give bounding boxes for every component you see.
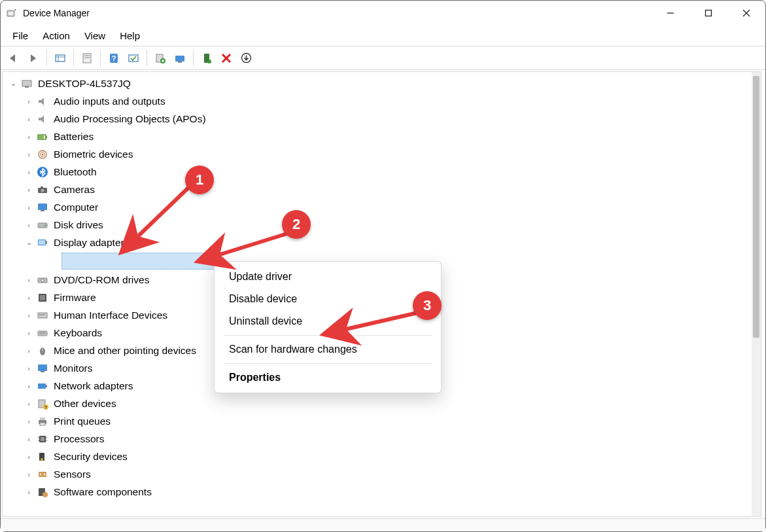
menu-view[interactable]: View xyxy=(78,27,112,44)
menubar: File Action View Help xyxy=(1,26,765,46)
tree-category[interactable]: › ? Other devices xyxy=(3,395,752,412)
uninstall-button[interactable] xyxy=(217,49,235,67)
tree-category[interactable]: › Sensors xyxy=(3,465,752,483)
svg-rect-26 xyxy=(25,86,29,88)
tree-category[interactable]: › Cameras xyxy=(3,181,752,198)
chevron-right-icon[interactable]: › xyxy=(22,453,35,461)
menu-action[interactable]: Action xyxy=(36,27,77,44)
tree-category[interactable]: › Software components xyxy=(3,483,752,501)
svg-rect-51 xyxy=(43,314,44,315)
show-hidden-button[interactable] xyxy=(51,49,69,67)
svg-rect-19 xyxy=(178,62,182,63)
tree-category[interactable]: › Bluetooth xyxy=(3,163,752,181)
vertical-scrollbar[interactable] xyxy=(752,72,761,516)
svg-point-77 xyxy=(44,473,46,475)
category-label: Biometric devices xyxy=(54,149,133,160)
cm-disable-device[interactable]: Disable device xyxy=(215,288,441,310)
category-label: Human Interface Devices xyxy=(54,310,167,321)
tree-category[interactable]: › Audio Processing Objects (APOs) xyxy=(3,110,752,128)
svg-rect-60 xyxy=(46,385,47,387)
tree-category[interactable]: › Disk drives xyxy=(3,216,752,234)
svg-rect-49 xyxy=(39,314,41,315)
firmware-icon xyxy=(35,291,50,305)
svg-rect-47 xyxy=(40,295,45,300)
chevron-right-icon[interactable]: › xyxy=(22,435,35,443)
chevron-right-icon[interactable]: › xyxy=(22,115,35,123)
svg-rect-65 xyxy=(40,417,45,420)
chevron-right-icon[interactable]: › xyxy=(22,276,35,284)
category-label: Audio Processing Objects (APOs) xyxy=(54,113,206,125)
svg-point-45 xyxy=(41,279,44,281)
chevron-right-icon[interactable]: › xyxy=(22,204,35,211)
chevron-right-icon[interactable]: › xyxy=(22,382,35,390)
chevron-right-icon[interactable]: › xyxy=(22,470,35,478)
annotation-marker-1: 1 xyxy=(185,166,214,194)
chevron-right-icon[interactable]: › xyxy=(22,168,35,176)
category-label: Mice and other pointing devices xyxy=(54,345,196,357)
menu-help[interactable]: Help xyxy=(113,27,147,44)
window-title: Device Manager xyxy=(23,8,90,18)
tree-category[interactable]: › Batteries xyxy=(3,128,752,145)
properties-button[interactable] xyxy=(78,49,96,67)
tree-category[interactable]: › Computer xyxy=(3,198,752,216)
minimize-button[interactable] xyxy=(652,1,689,26)
chevron-right-icon[interactable]: › xyxy=(22,488,35,496)
svg-rect-68 xyxy=(41,437,44,441)
down-button[interactable] xyxy=(237,49,255,67)
chevron-right-icon[interactable]: › xyxy=(22,151,35,158)
back-button[interactable] xyxy=(5,49,23,67)
separator xyxy=(73,50,74,67)
chevron-right-icon[interactable]: › xyxy=(22,329,35,337)
chevron-down-icon[interactable]: ⌄ xyxy=(7,79,20,88)
scrollbar-thumb[interactable] xyxy=(753,76,759,338)
cm-properties[interactable]: Properties xyxy=(215,366,441,389)
network-icon xyxy=(35,379,50,393)
action-button[interactable] xyxy=(124,49,143,67)
software-icon xyxy=(35,485,50,499)
cm-update-driver[interactable]: Update driver xyxy=(215,266,441,288)
cm-scan[interactable]: Scan for hardware changes xyxy=(215,338,441,361)
category-label: Display adapters xyxy=(54,237,129,249)
chevron-down-icon[interactable]: ⌄ xyxy=(22,238,35,247)
svg-point-21 xyxy=(207,60,211,63)
chevron-right-icon[interactable]: › xyxy=(22,311,35,319)
forward-button[interactable] xyxy=(24,49,43,67)
svg-rect-15 xyxy=(129,55,138,62)
svg-rect-59 xyxy=(38,383,46,389)
update-driver-button[interactable] xyxy=(151,49,169,67)
svg-rect-57 xyxy=(38,364,47,371)
chevron-right-icon[interactable]: › xyxy=(22,98,35,105)
separator xyxy=(100,50,101,67)
tree-root[interactable]: ⌄ DESKTOP-4L537JQ xyxy=(3,75,752,92)
svg-rect-28 xyxy=(46,136,47,138)
chevron-right-icon[interactable]: › xyxy=(22,133,35,141)
chevron-right-icon[interactable]: › xyxy=(22,221,35,229)
enable-button[interactable] xyxy=(198,49,216,67)
close-button[interactable] xyxy=(727,1,765,26)
category-label: Processors xyxy=(54,433,105,445)
help-button[interactable]: ? xyxy=(105,49,123,67)
menu-file[interactable]: File xyxy=(6,27,35,44)
maximize-button[interactable] xyxy=(689,1,727,26)
category-label: Computer xyxy=(54,202,98,213)
chevron-right-icon[interactable]: › xyxy=(22,186,35,194)
tree-category[interactable]: › Audio inputs and outputs xyxy=(3,92,752,110)
chevron-right-icon[interactable]: › xyxy=(22,294,35,302)
svg-point-79 xyxy=(43,492,48,497)
chevron-right-icon[interactable]: › xyxy=(22,417,35,425)
svg-rect-58 xyxy=(41,371,44,372)
chevron-right-icon[interactable]: › xyxy=(22,347,35,355)
svg-text:?: ? xyxy=(112,54,116,62)
category-label: Network adapters xyxy=(54,380,133,392)
scan-button[interactable] xyxy=(171,49,189,67)
tree-category[interactable]: › Security devices xyxy=(3,448,752,465)
chevron-right-icon[interactable]: › xyxy=(22,400,35,408)
tree-category[interactable]: › Processors xyxy=(3,430,752,448)
tree-category[interactable]: › Print queues xyxy=(3,412,752,430)
tree-category[interactable]: › Biometric devices xyxy=(3,145,752,163)
processor-icon xyxy=(35,432,50,446)
cm-uninstall-device[interactable]: Uninstall device xyxy=(215,310,441,332)
chevron-right-icon[interactable]: › xyxy=(22,364,35,372)
bluetooth-icon xyxy=(35,165,50,179)
tree-category-display-adapters[interactable]: ⌄ Display adapters xyxy=(3,234,752,251)
